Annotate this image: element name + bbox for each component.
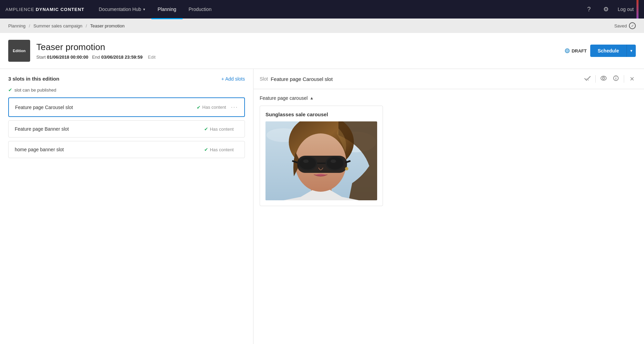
draft-dot — [565, 48, 570, 53]
doc-hub-label: Documentation Hub — [99, 7, 141, 12]
breadcrumb-sep-1: / — [29, 23, 30, 28]
preview-icon — [600, 75, 607, 82]
slot-name-2: home page banner slot — [15, 147, 204, 152]
svg-point-1 — [603, 77, 605, 79]
publish-notice-text: slot can be published — [14, 87, 56, 93]
planning-label: Planning — [158, 7, 176, 12]
add-slots-button[interactable]: + Add slots — [221, 76, 245, 82]
slot-status-check-0: ✔ — [197, 105, 201, 110]
schedule-button[interactable]: Schedule — [590, 45, 627, 57]
saved-check-icon: ✓ — [629, 22, 636, 29]
feature-carousel-label: Feature page carousel — [260, 95, 308, 101]
slot-more-menu-0[interactable]: ··· — [231, 104, 238, 111]
end-label: End — [92, 55, 100, 60]
schedule-chevron-icon: ▾ — [630, 48, 632, 53]
detail-panel: Slot Feature page Carousel slot — [253, 69, 644, 344]
slot-status-text-2: Has content — [210, 147, 234, 152]
slot-card-0[interactable]: Feature page Carousel slot ✔ Has content… — [8, 97, 245, 117]
svg-point-21 — [345, 167, 348, 170]
info-button[interactable] — [610, 73, 622, 85]
detail-body: Feature page carousel ▲ Sunglasses sale … — [253, 89, 644, 344]
slots-count: 3 slots in this edition — [8, 76, 59, 82]
slot-status-check-1: ✔ — [204, 126, 208, 132]
preview-button[interactable] — [598, 73, 609, 85]
slot-can-publish-notice: ✔ slot can be published — [8, 87, 245, 93]
detail-sep-2 — [624, 75, 624, 83]
draft-badge: DRAFT — [565, 48, 587, 54]
slot-status-text-1: Has content — [210, 127, 234, 132]
slot-status-2: ✔ Has content — [204, 147, 234, 152]
breadcrumb-sep-2: / — [86, 23, 87, 28]
settings-button[interactable]: ⚙ — [600, 4, 611, 15]
edition-dates: Start 01/06/2018 00:00:00 End 03/06/2018… — [36, 55, 559, 60]
brand-dynamic: DYNAMIC CONTENT — [36, 7, 84, 12]
nav-production[interactable]: Production — [183, 1, 218, 19]
svg-point-4 — [616, 76, 616, 77]
carousel-chevron-icon: ▲ — [310, 96, 314, 100]
doc-hub-chevron-icon: ▾ — [143, 7, 145, 12]
slot-card-2[interactable]: home page banner slot ✔ Has content — [8, 141, 245, 158]
info-icon — [613, 75, 619, 83]
settings-icon: ⚙ — [603, 5, 609, 13]
end-date: 03/06/2018 23:59:59 — [101, 55, 143, 60]
validate-icon — [584, 76, 591, 82]
breadcrumb-current: Teaser promotion — [90, 23, 124, 28]
feature-carousel-header: Feature page carousel ▲ — [260, 95, 638, 101]
svg-point-0 — [601, 76, 606, 80]
accent-bar — [636, 0, 639, 19]
brand-amplience: AMPLIENCE — [5, 7, 34, 12]
close-button[interactable]: ✕ — [626, 73, 638, 85]
slot-status-1: ✔ Has content — [204, 126, 234, 132]
slot-status-check-2: ✔ — [204, 147, 208, 152]
edition-title: Teaser promotion — [36, 42, 559, 52]
production-label: Production — [189, 7, 212, 12]
edition-icon: Edition — [8, 40, 30, 62]
carousel-card: Sunglasses sale carousel — [260, 106, 383, 206]
help-button[interactable]: ? — [583, 4, 594, 15]
carousel-image — [265, 121, 377, 200]
help-icon: ? — [587, 6, 591, 13]
saved-label: Saved — [614, 23, 627, 28]
publish-check-icon: ✔ — [8, 87, 12, 93]
breadcrumb-bar: Planning / Summer sales campaign / Tease… — [0, 19, 644, 33]
svg-point-13 — [299, 157, 316, 169]
brand-logo: AMPLIENCE DYNAMIC CONTENT — [5, 7, 84, 12]
detail-slot-name: Feature page Carousel slot — [271, 76, 579, 82]
svg-point-16 — [327, 157, 343, 169]
edition-header: Edition Teaser promotion Start 01/06/201… — [0, 33, 644, 69]
edit-link[interactable]: Edit — [148, 55, 156, 60]
slot-status-text-0: Has content — [202, 105, 226, 110]
slots-panel: 3 slots in this edition + Add slots ✔ sl… — [0, 69, 253, 344]
top-navigation: AMPLIENCE DYNAMIC CONTENT Documentation … — [0, 0, 644, 19]
validate-button[interactable] — [582, 73, 593, 85]
slot-name-0: Feature page Carousel slot — [15, 105, 197, 110]
start-label: Start — [36, 55, 46, 60]
edition-actions: DRAFT Schedule ▾ — [565, 45, 636, 57]
nav-planning[interactable]: Planning — [151, 1, 183, 19]
svg-point-17 — [331, 159, 336, 163]
detail-actions: ✕ — [582, 73, 638, 85]
detail-header: Slot Feature page Carousel slot — [253, 69, 644, 89]
breadcrumb-campaign[interactable]: Summer sales campaign — [33, 23, 82, 28]
close-icon: ✕ — [630, 75, 634, 83]
saved-indicator: Saved ✓ — [614, 22, 636, 29]
slot-label: Slot — [260, 76, 268, 82]
main-content: Edition Teaser promotion Start 01/06/201… — [0, 33, 644, 344]
draft-label: DRAFT — [572, 48, 587, 54]
slot-status-0: ✔ Has content — [197, 105, 226, 110]
breadcrumb-planning[interactable]: Planning — [8, 23, 26, 28]
schedule-btn-group: Schedule ▾ — [590, 45, 636, 57]
carousel-card-title: Sunglasses sale carousel — [265, 111, 377, 117]
slots-and-detail: 3 slots in this edition + Add slots ✔ sl… — [0, 69, 644, 344]
logout-button[interactable]: Log out — [618, 7, 634, 12]
start-date: 01/06/2018 00:00:00 — [47, 55, 88, 60]
slots-header: 3 slots in this edition + Add slots — [8, 76, 245, 82]
detail-sep-1 — [595, 75, 596, 83]
svg-point-14 — [303, 159, 309, 163]
slot-name-1: Feature page Banner slot — [15, 126, 204, 132]
slot-card-1[interactable]: Feature page Banner slot ✔ Has content — [8, 120, 245, 138]
nav-documentation-hub[interactable]: Documentation Hub ▾ — [92, 0, 151, 19]
schedule-dropdown-button[interactable]: ▾ — [627, 45, 636, 57]
edition-info: Teaser promotion Start 01/06/2018 00:00:… — [36, 42, 559, 60]
